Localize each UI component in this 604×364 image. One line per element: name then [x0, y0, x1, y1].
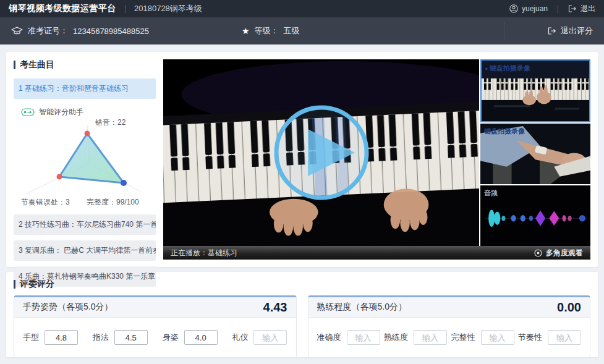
- logout-icon: [568, 5, 577, 12]
- proficiency-card-title: 熟练程度（各项5.0分）: [317, 302, 407, 313]
- smart-scoring-assistant: 智能评分助手: [21, 107, 156, 117]
- radar-label-rhythm-errors: 节奏错误处：3: [21, 197, 70, 208]
- play-button[interactable]: [163, 59, 479, 246]
- keyboard-cam-panel-2[interactable]: 键盘拍摄录像: [480, 124, 590, 184]
- divider: [125, 5, 125, 13]
- fingering-input[interactable]: [114, 330, 148, 345]
- candidate-tracks-panel: 考生曲目 1 基础练习：音阶和琶音基础练习 智能评分助手: [14, 59, 156, 260]
- gesture-posture-card: 手势姿势（各项5.0分） 4.43 手型 指法 身姿: [14, 295, 297, 358]
- rhythm-input[interactable]: [548, 330, 581, 345]
- divider: [558, 5, 558, 13]
- exam-main-card: 考生曲目 1 基础练习：音阶和琶音基础练习 智能评分助手: [6, 52, 598, 267]
- user-menu[interactable]: yuejuan: [509, 4, 548, 13]
- level-value: 五级: [283, 25, 299, 36]
- keyboard-cam-panel-1[interactable]: • 键盘拍摄录像: [480, 59, 590, 122]
- title-marker: [14, 61, 15, 69]
- main-video-player[interactable]: [163, 59, 479, 246]
- field-hand-shape: 手型: [23, 330, 78, 345]
- radar-chart: 错音：22 节奏错误处：3 完整度：99/100: [14, 117, 156, 209]
- angle-panels-column: • 键盘拍摄录像: [480, 59, 590, 246]
- proficiency-card: 熟练程度（各项5.0分） 0.00 准确度 熟练度 完整性: [308, 295, 591, 358]
- title-marker: [14, 280, 15, 289]
- etiquette-input[interactable]: [253, 330, 287, 345]
- posture-input[interactable]: [184, 330, 218, 345]
- exit-scoring-label: 退出评分: [561, 25, 593, 36]
- hand-shape-input[interactable]: [45, 330, 78, 345]
- level-label: 等级：: [254, 25, 278, 36]
- scoring-title-text: 评委评分: [20, 279, 54, 290]
- track-item-1[interactable]: 1 基础练习：音阶和琶音基础练习: [14, 78, 156, 99]
- accuracy-input[interactable]: [347, 330, 380, 345]
- app-title: 钢琴视频考级数据运营平台: [9, 3, 116, 14]
- field-accuracy: 准确度: [317, 330, 380, 345]
- field-rhythm: 节奏性: [518, 330, 581, 345]
- username: yuejuan: [522, 4, 548, 13]
- tracks-title-text: 考生曲目: [20, 59, 54, 70]
- ticket-number-group: 准考证号： 12345678985488525: [11, 25, 149, 36]
- audio-panel-label: 音频: [484, 188, 498, 198]
- track-item-2[interactable]: 2 技巧性练习曲：车尔尼练习曲740 第一首: [14, 214, 156, 235]
- audio-panel[interactable]: 音频: [480, 185, 590, 246]
- radar-chart-svg: [14, 124, 156, 199]
- app-root: 钢琴视频考级数据运营平台 20180728钢琴考级 yuejuan 退出: [0, 0, 604, 364]
- logout-button[interactable]: 退出: [568, 4, 595, 14]
- proficiency-card-total: 0.00: [557, 300, 581, 315]
- session-title: 20180728钢琴考级: [134, 3, 202, 14]
- gesture-card-total: 4.43: [263, 300, 287, 315]
- field-etiquette: 礼仪: [232, 330, 287, 345]
- track-item-3[interactable]: 3 复调乐曲： 巴赫C 大调平均律第一首前奏曲: [14, 240, 156, 261]
- assistant-toggle-icon: [21, 108, 35, 116]
- proficiency-input[interactable]: [414, 330, 447, 345]
- panel-2-label: 键盘拍摄录像: [484, 127, 525, 136]
- top-navbar: 钢琴视频考级数据运营平台 20180728钢琴考级 yuejuan 退出: [0, 0, 604, 17]
- video-zone: • 键盘拍摄录像: [163, 59, 590, 260]
- player-status-bar: 正在播放：基础练习 多角度观看: [163, 246, 590, 260]
- field-posture: 身姿: [163, 330, 218, 345]
- field-proficiency: 熟练度: [384, 330, 447, 345]
- graduation-cap-icon: [11, 27, 23, 36]
- gesture-card-title: 手势姿势（各项5.0分）: [23, 302, 113, 313]
- star-icon: ★: [242, 27, 250, 35]
- play-icon: [272, 103, 371, 202]
- field-completeness: 完整性: [451, 330, 514, 345]
- ticket-label: 准考证号：: [28, 25, 68, 36]
- multi-angle-button[interactable]: 多角度观看: [534, 248, 583, 258]
- radar-label-wrong-notes: 错音：22: [95, 117, 125, 128]
- field-fingering: 指法: [93, 330, 148, 345]
- multi-angle-eye-icon: [534, 249, 542, 257]
- panel-1-label: • 键盘拍摄录像: [485, 64, 530, 73]
- completeness-input[interactable]: [481, 330, 514, 345]
- ticket-number: 12345678985488525: [73, 27, 149, 36]
- exam-info-bar: 准考证号： 12345678985488525 ★ 等级： 五级 退出评分: [0, 17, 604, 44]
- user-icon: [509, 4, 518, 13]
- logout-label: 退出: [581, 4, 595, 14]
- tracks-section-title: 考生曲目: [14, 59, 156, 70]
- level-group: ★ 等级： 五级: [242, 25, 300, 36]
- exit-scoring-button[interactable]: 退出评分: [504, 22, 593, 40]
- radar-label-completeness: 完整度：99/100: [87, 197, 139, 208]
- active-bullet-icon: •: [485, 65, 488, 72]
- assistant-label: 智能评分助手: [39, 107, 83, 117]
- now-playing-text: 正在播放：基础练习: [171, 248, 237, 258]
- exit-icon: [548, 27, 556, 35]
